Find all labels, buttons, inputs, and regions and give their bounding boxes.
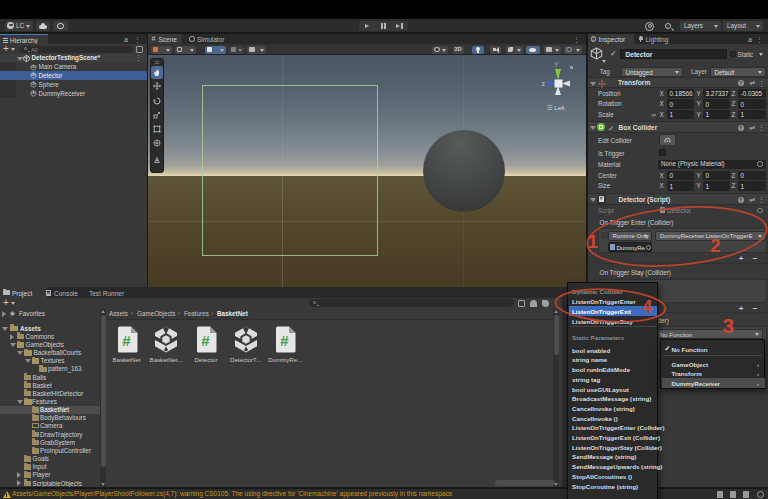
svg-text:4: 4 [643,297,653,317]
svg-text:3: 3 [723,314,735,337]
svg-text:2: 2 [711,236,721,256]
svg-text:1: 1 [588,231,599,252]
